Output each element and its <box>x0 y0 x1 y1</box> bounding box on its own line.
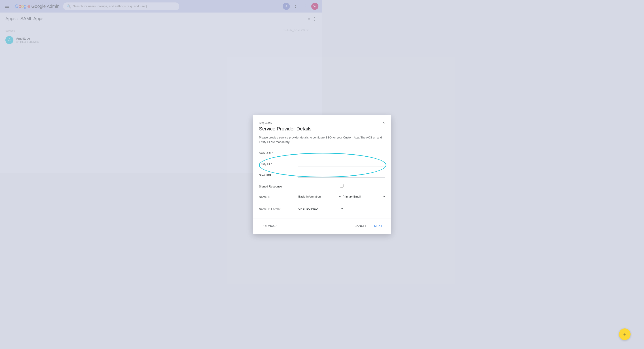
dialog-description: Please provide service provider details … <box>259 135 322 144</box>
modal-overlay: Step 4 of 5 Service Provider Details × P… <box>0 0 322 175</box>
dialog-title: Service Provider Details <box>259 126 322 132</box>
dialog-step: Step 4 of 5 <box>259 122 322 125</box>
start-url-label: Start URL <box>259 171 295 175</box>
entity-id-label: Entity ID * <box>259 160 295 166</box>
dialog-header: Step 4 of 5 Service Provider Details × P… <box>253 115 322 149</box>
dialog-body: ACS URL * Entity ID * Start URL <box>253 149 322 175</box>
start-url-row: Start URL <box>259 171 322 175</box>
acs-url-row: ACS URL * <box>259 149 322 155</box>
start-url-input[interactable] <box>298 171 322 175</box>
entity-id-row: Entity ID * <box>259 160 322 166</box>
acs-url-field <box>298 149 322 155</box>
start-url-field <box>298 171 322 175</box>
acs-url-label: ACS URL * <box>259 149 295 155</box>
service-provider-details-dialog: Step 4 of 5 Service Provider Details × P… <box>253 115 322 175</box>
entity-id-field <box>298 160 322 166</box>
entity-id-input[interactable] <box>298 160 322 166</box>
acs-url-input[interactable] <box>298 149 322 155</box>
